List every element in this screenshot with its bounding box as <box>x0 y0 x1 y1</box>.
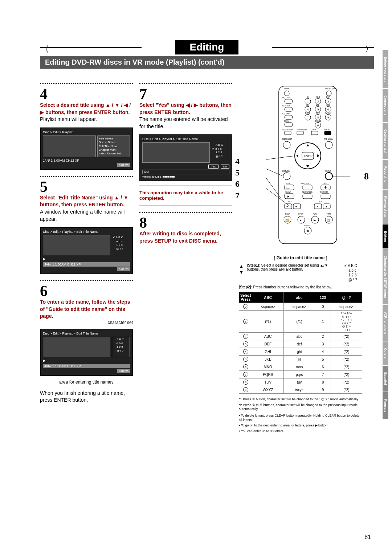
table-row: 4GHIghi4(*2) <box>239 348 362 356</box>
svg-text:SLOW: SLOW <box>285 191 291 193</box>
svg-text:WXYZ: WXYZ <box>325 112 330 114</box>
svg-text:2: 2 <box>317 100 319 103</box>
tab-vcr-functions[interactable]: VCR functions <box>383 305 388 341</box>
svg-point-58 <box>283 173 290 180</box>
svg-text:⏸: ⏸ <box>306 230 309 233</box>
svg-text:⏭: ⏭ <box>295 205 297 208</box>
tab-getting-started[interactable]: Getting started <box>383 123 388 159</box>
svg-text:▼: ▼ <box>317 205 319 208</box>
svg-text:JKL: JKL <box>316 104 319 106</box>
svg-text:REC/OTR: REC/OTR <box>320 191 328 193</box>
svg-rect-70 <box>303 185 312 190</box>
svg-text:REC SPEED: REC SPEED <box>302 191 313 193</box>
tab-francais[interactable]: Français <box>383 392 388 419</box>
step-6-footer: When you finish entering a title name, p… <box>40 390 133 404</box>
svg-line-65 <box>266 178 282 199</box>
svg-rect-38 <box>285 122 293 127</box>
tab-setup-menu[interactable]: Changing the SETUP menu <box>383 249 388 304</box>
tab-playing-discs[interactable]: Playing discs <box>383 190 388 224</box>
svg-text:ABC: ABC <box>316 96 320 98</box>
tab-before-you-start[interactable]: Before you start <box>383 50 388 88</box>
breadcrumb: Disc > Edit > Playlist <box>43 130 130 134</box>
svg-text:ENTER: ENTER <box>304 154 314 158</box>
svg-text:MENU/LIST: MENU/LIST <box>282 138 292 140</box>
svg-text:SPACE: SPACE <box>315 120 321 122</box>
tab-espanol[interactable]: Español <box>383 366 388 392</box>
svg-rect-49 <box>324 131 331 135</box>
svg-text:MNO: MNO <box>326 104 330 106</box>
svg-text:ZOOM: ZOOM <box>284 120 289 122</box>
step-8-heading: After writing to disc is completed, pres… <box>139 230 232 244</box>
tab-editing[interactable]: Editing <box>383 224 388 249</box>
table-row: 1(*1)(*1)1! " # $ % & ' ( ) * + , - . / … <box>239 311 362 333</box>
step-8-number: 8 <box>139 215 232 230</box>
svg-text:REW: REW <box>285 213 290 215</box>
svg-text:POWER: POWER <box>284 88 291 90</box>
step-5-number: 5 <box>40 179 133 194</box>
step-5-body: A window for entering a title name will … <box>40 208 133 223</box>
step-4-body: Playlist menu will appear. <box>40 116 133 123</box>
page-number: 81 <box>364 534 371 540</box>
character-table: Select Press ABC abc 123 @ ! ? 0<space><… <box>239 292 362 394</box>
svg-text:⦿: ⦿ <box>324 186 327 189</box>
svg-point-60 <box>325 173 332 180</box>
svg-rect-47 <box>311 131 318 135</box>
chevron-right-icon: 〉 <box>364 43 374 56</box>
svg-text:VCR: VCR <box>286 182 290 185</box>
table-row: 8TUVtuv8(*2) <box>239 378 362 386</box>
guide-title: [ Guide to edit title name ] <box>239 255 362 260</box>
svg-text:0: 0 <box>317 124 319 127</box>
svg-text:CH: CH <box>319 200 322 203</box>
step-5-heading: Select "Edit Title Name" using ▲ / ▼ but… <box>40 194 133 208</box>
svg-text:CLEAR/C-RESET: CLEAR/C-RESET <box>282 129 294 131</box>
svg-text:1: 1 <box>307 100 309 103</box>
character-set-label: character set <box>40 320 133 325</box>
step-6-heading: To enter a title name, follow the steps … <box>40 299 133 320</box>
svg-point-53 <box>325 141 332 149</box>
svg-text:SKIP: SKIP <box>288 200 293 203</box>
svg-text:▶: ▶ <box>287 195 290 198</box>
svg-text:⏩: ⏩ <box>327 218 330 222</box>
svg-rect-45 <box>297 131 303 135</box>
svg-point-51 <box>283 141 290 149</box>
table-row: 2ABCabc2(*2) <box>239 333 362 340</box>
step-7-body: The name you entered will be activated f… <box>139 116 232 130</box>
svg-text:FWD: FWD <box>327 213 331 215</box>
subtitle-bar: Editing DVD-RW discs in VR mode (Playlis… <box>40 56 374 69</box>
svg-text:3: 3 <box>327 100 329 103</box>
table-row: 9WXYZwxyz9(*2) <box>239 386 362 394</box>
svg-text:PQRS: PQRS <box>305 112 311 114</box>
screenshot-playlist-menu: Disc > Edit > Playlist Title Delete Scen… <box>40 127 133 170</box>
svg-text:RETURN: RETURN <box>282 170 290 172</box>
tab-recording[interactable]: Recording <box>383 160 388 189</box>
svg-text:▶: ▶ <box>314 219 316 222</box>
svg-text:STOP: STOP <box>298 213 303 215</box>
svg-text:9: 9 <box>327 116 329 119</box>
svg-text:TOP MENU: TOP MENU <box>324 138 334 140</box>
svg-rect-43 <box>285 131 291 135</box>
step-7-heading: Select "Yes" using ◀ / ▶ buttons, then p… <box>139 102 232 116</box>
no-button[interactable]: No <box>221 165 229 169</box>
svg-text:SETUP: SETUP <box>325 170 331 172</box>
area-label: area for entering title names <box>40 380 133 385</box>
svg-text:SEARCH: SEARCH <box>282 105 290 107</box>
table-row: 6MNOmno6(*2) <box>239 363 362 371</box>
step-4-heading: Select a desired title using ▲ / ▼ / ◀ /… <box>40 102 133 116</box>
yes-button[interactable]: Yes <box>208 165 218 169</box>
svg-text:PLAY: PLAY <box>313 213 318 215</box>
tab-connections[interactable]: Connections <box>383 89 388 122</box>
step-4-number: 4 <box>40 86 133 102</box>
svg-text:VCR Plus+: VCR Plus+ <box>282 97 291 99</box>
svg-text:VIDEO/TV: VIDEO/TV <box>301 182 309 185</box>
svg-text:7: 7 <box>307 116 309 119</box>
tab-others[interactable]: Others <box>383 341 388 365</box>
svg-text:⏪: ⏪ <box>285 218 289 222</box>
svg-text:5: 5 <box>317 108 319 111</box>
step-6-number: 6 <box>40 283 133 299</box>
svg-point-3 <box>326 91 331 96</box>
svg-text:DEF: DEF <box>326 96 330 98</box>
svg-point-1 <box>284 91 289 96</box>
table-row: 5JKLjkl5(*2) <box>239 356 362 363</box>
screenshot-edit-title-1: Disc > Edit > Playlist > Edit Title Name… <box>40 227 133 274</box>
svg-text:8: 8 <box>317 116 319 119</box>
